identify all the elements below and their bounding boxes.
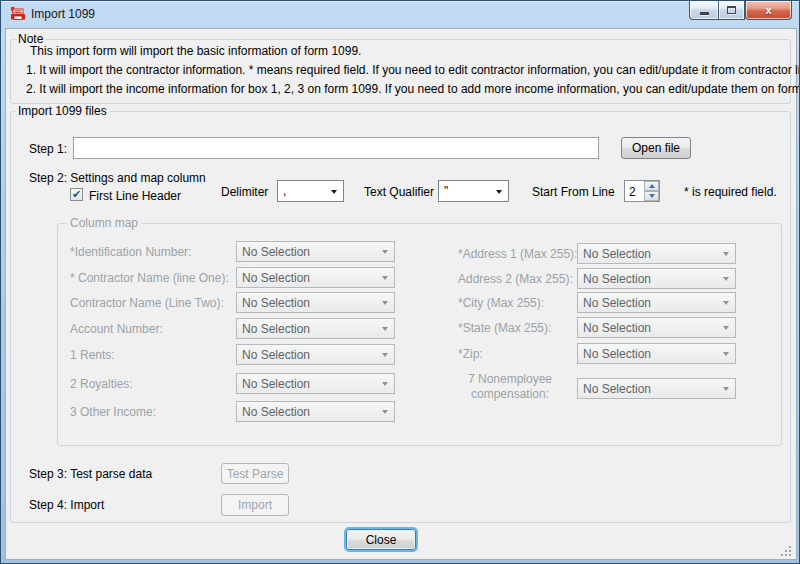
delimiter-dropdown[interactable]: ,	[277, 180, 344, 202]
note-line-3: 2. It will import the income information…	[26, 82, 800, 96]
text-qualifier-label: Text Qualifier	[364, 185, 434, 199]
close-icon: x	[765, 2, 771, 19]
column-map-dropdown[interactable]: No Selection	[577, 292, 736, 313]
import-button[interactable]: Import	[221, 494, 289, 516]
column-map-dropdown[interactable]: No Selection	[577, 243, 736, 264]
import-group-title: Import 1099 files	[15, 104, 110, 118]
chevron-down-icon	[723, 326, 729, 330]
delimiter-label: Delimiter	[221, 185, 268, 199]
dropdown-value: No Selection	[583, 272, 651, 286]
note-line-2: 1. It will import the contractor informa…	[26, 63, 800, 77]
close-window-button[interactable]: x	[745, 1, 792, 20]
column-map-title: Column map	[67, 216, 141, 230]
chevron-down-icon	[331, 190, 337, 194]
spinner-down-button[interactable]	[644, 191, 659, 201]
chevron-down-icon	[723, 252, 729, 256]
first-line-header-checkbox[interactable]: ✔	[70, 188, 83, 201]
spinner-buttons	[644, 181, 659, 201]
dropdown-value: No Selection	[583, 382, 651, 396]
dropdown-value: No Selection	[583, 247, 651, 261]
chevron-down-icon	[723, 277, 729, 281]
text-qualifier-dropdown[interactable]: "	[438, 180, 509, 202]
step3-label: Step 3: Test parse data	[29, 467, 152, 481]
resize-grip[interactable]	[781, 546, 793, 558]
spinner-up-button[interactable]	[644, 181, 659, 191]
first-line-header-label[interactable]: First Line Header	[89, 189, 181, 203]
down-arrow-icon	[649, 194, 655, 198]
dropdown-value: No Selection	[583, 321, 651, 335]
check-icon: ✔	[72, 189, 81, 200]
caption-buttons: x	[689, 1, 792, 20]
chevron-down-icon	[723, 387, 729, 391]
step2-label: Step 2: Settings and map column	[29, 171, 206, 185]
column-map-dropdown[interactable]: No Selection	[236, 401, 395, 422]
column-map-row: 7 Nonemployee compensation: No Selection	[1, 378, 782, 399]
field-label: *City (Max 255):	[458, 296, 544, 310]
dropdown-value: No Selection	[242, 405, 310, 419]
titlebar[interactable]: Import 1099 x	[1, 1, 799, 28]
column-map-row: *Zip: No Selection	[1, 343, 782, 364]
start-from-line-value: 2	[629, 185, 636, 199]
up-arrow-icon	[649, 184, 655, 188]
column-map-row: 3 Other Income: No Selection	[1, 401, 782, 422]
start-from-line-spinner[interactable]: 2	[624, 180, 660, 202]
field-label: 7 Nonemployee compensation:	[458, 372, 562, 402]
column-map-row: *State (Max 255): No Selection	[1, 317, 782, 338]
note-line-1: This import form will import the basic i…	[30, 44, 361, 58]
window-title: Import 1099	[31, 7, 95, 21]
chevron-down-icon	[723, 352, 729, 356]
minimize-icon	[700, 12, 709, 15]
maximize-button[interactable]	[718, 1, 745, 20]
chevron-down-icon	[723, 301, 729, 305]
field-label: *Zip:	[458, 347, 483, 361]
column-map-row: *Address 1 (Max 255): No Selection	[1, 243, 782, 264]
text-qualifier-value: "	[444, 184, 448, 198]
file-path-input[interactable]	[73, 137, 599, 159]
column-map-dropdown[interactable]: No Selection	[577, 268, 736, 289]
field-label: 3 Other Income:	[70, 405, 156, 419]
column-map-dropdown[interactable]: No Selection	[577, 378, 736, 399]
step4-label: Step 4: Import	[29, 498, 104, 512]
maximize-icon	[727, 6, 736, 14]
start-from-line-label: Start From Line	[532, 185, 615, 199]
dropdown-value: No Selection	[583, 347, 651, 361]
app-icon	[10, 6, 26, 22]
chevron-down-icon	[382, 410, 388, 414]
required-field-note: * is required field.	[684, 185, 777, 199]
field-label: Address 2 (Max 255):	[458, 272, 573, 286]
minimize-button[interactable]	[689, 1, 718, 20]
import-1099-window: Import 1099 x Note This import form will…	[0, 0, 800, 564]
test-parse-button[interactable]: Test Parse	[221, 463, 289, 484]
field-label: *Address 1 (Max 255):	[458, 247, 577, 261]
column-map-dropdown[interactable]: No Selection	[577, 317, 736, 338]
close-button[interactable]: Close	[346, 529, 416, 550]
column-map-dropdown[interactable]: No Selection	[577, 343, 736, 364]
dropdown-value: No Selection	[583, 296, 651, 310]
step1-label: Step 1:	[29, 142, 67, 156]
delimiter-value: ,	[283, 184, 286, 198]
open-file-button[interactable]: Open file	[621, 137, 691, 159]
column-map-row: Address 2 (Max 255): No Selection	[1, 268, 782, 289]
field-label: *State (Max 255):	[458, 321, 551, 335]
chevron-down-icon	[496, 190, 502, 194]
column-map-row: *City (Max 255): No Selection	[1, 292, 782, 313]
